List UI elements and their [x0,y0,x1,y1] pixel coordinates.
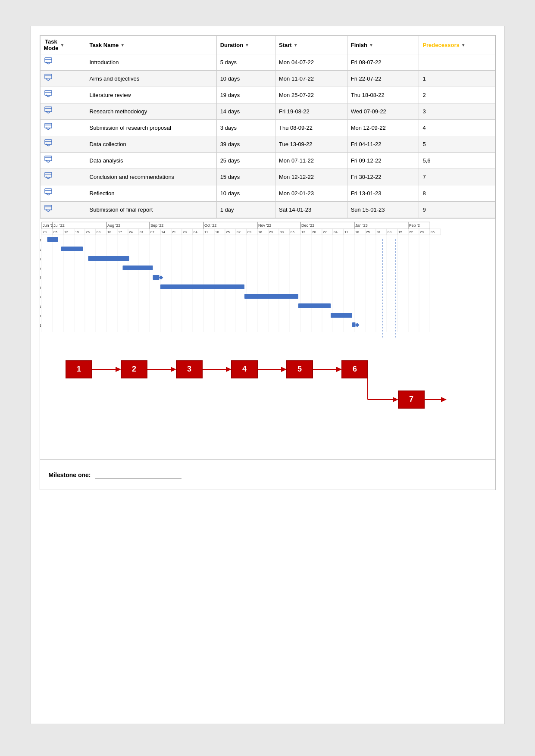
header-task-name[interactable]: Task Name ▼ [86,36,216,54]
svg-rect-27 [45,205,52,210]
task-name-cell: Submission of research proposal [86,120,216,136]
svg-text:30: 30 [280,230,284,234]
header-finish[interactable]: Finish ▼ [347,36,419,54]
svg-point-20 [46,160,47,162]
svg-text:02: 02 [237,230,241,234]
svg-rect-182 [244,294,298,299]
node-1-label: 1 [76,365,81,373]
svg-text:Submission of final report: Submission of final report [40,323,41,328]
predecessor-cell [419,54,495,71]
duration-cell: 39 days [216,136,275,153]
network-section: 1 2 3 4 5 6 7 [40,339,496,460]
finish-cell: Thu 18-08-22 [347,87,419,103]
start-cell: Mon 02-01-23 [275,185,347,202]
task-mode-label: TaskMode [44,38,59,51]
task-name-cell: Literature review [86,87,216,103]
task-name-cell: Reflection [86,185,216,202]
task-mode-cell [40,87,86,103]
svg-text:11: 11 [204,230,208,234]
task-name-cell: Data collection [86,136,216,153]
node-7-label: 7 [409,395,413,403]
duration-cell: 10 days [216,185,275,202]
predecessor-cell: 2 [419,87,495,103]
finish-cell: Fri 30-12-22 [347,169,419,185]
task-name-cell: Data analysis [86,153,216,169]
svg-rect-0 [45,58,52,62]
start-cell: Mon 12-12-22 [275,169,347,185]
svg-text:Data analysis: Data analysis [40,295,41,299]
svg-text:12: 12 [64,230,68,234]
svg-text:16: 16 [258,230,262,234]
header-start[interactable]: Start ▼ [275,36,347,54]
duration-cell: 5 days [216,54,275,71]
finish-cell: Fri 08-07-22 [347,54,419,71]
task-mode-icon [44,90,54,99]
task-mode-icon [44,155,54,165]
svg-rect-9 [45,107,52,112]
svg-text:28: 28 [183,230,187,234]
duration-cell: 25 days [216,153,275,169]
main-page: TaskMode ▼ Task Name ▼ Duration ▼ [31,26,505,724]
svg-rect-186 [331,313,352,318]
duration-label: Duration [220,42,243,48]
header-predecessors[interactable]: Predecessors ▼ [419,36,495,54]
svg-rect-177 [153,275,159,280]
svg-text:29: 29 [420,230,424,234]
svg-point-8 [46,95,47,96]
arrowhead-5-6 [336,367,342,372]
milestone-label: Milestone one: [49,472,91,478]
svg-text:24: 24 [129,230,133,234]
svg-text:Jul '22: Jul '22 [53,223,65,228]
duration-cell: 3 days [216,120,275,136]
duration-cell: 10 days [216,71,275,87]
svg-point-29 [46,209,47,211]
header-task-mode[interactable]: TaskMode ▼ [40,36,86,54]
sort-arrow-finish: ▼ [369,43,373,47]
task-mode-cell [40,136,86,153]
svg-text:25: 25 [226,230,230,234]
task-mode-icon [44,122,54,132]
svg-rect-24 [45,189,52,194]
task-mode-cell [40,185,86,202]
header-duration[interactable]: Duration ▼ [216,36,275,54]
svg-rect-180 [160,284,244,289]
svg-text:05: 05 [431,230,435,234]
table-row: Introduction5 daysMon 04-07-22Fri 08-07-… [40,54,495,71]
svg-rect-15 [45,140,52,144]
svg-point-14 [46,128,47,129]
node-3-label: 3 [187,365,191,373]
svg-rect-21 [45,172,52,177]
finish-cell: Fri 09-12-22 [347,153,419,169]
svg-text:04: 04 [194,230,197,234]
predecessors-label: Predecessors [422,42,459,48]
svg-text:14: 14 [161,230,165,234]
task-mode-icon [44,57,54,66]
svg-text:27: 27 [323,230,327,234]
svg-rect-171 [61,247,83,251]
svg-text:Research methodology: Research methodology [40,266,41,271]
svg-text:01: 01 [140,230,144,234]
svg-text:22: 22 [409,230,413,234]
node-2-label: 2 [131,365,136,373]
svg-text:11: 11 [344,230,348,234]
svg-rect-188 [352,322,356,327]
gantt-chart-section: Jun '22Jul '22Aug '22Sep '22Oct '22Nov '… [40,219,496,339]
start-cell: Tue 13-09-22 [275,136,347,153]
predecessor-cell: 3 [419,103,495,120]
finish-cell: Fri 13-01-23 [347,185,419,202]
table-row: Conclusion and recommendations15 daysMon… [40,169,495,185]
gantt-table: TaskMode ▼ Task Name ▼ Duration ▼ [40,35,495,218]
sort-arrow-task-mode: ▼ [60,43,64,47]
svg-text:Jan '23: Jan '23 [355,223,368,228]
svg-rect-12 [45,123,52,128]
svg-text:07: 07 [150,230,154,234]
svg-text:Sep '22: Sep '22 [150,223,163,228]
table-row: Submission of final report1 daySat 14-01… [40,202,495,218]
task-mode-icon [44,139,54,148]
table-row: Data collection39 daysTue 13-09-22Fri 04… [40,136,495,153]
finish-cell: Fri 04-11-22 [347,136,419,153]
arrowhead-1-2 [116,367,121,372]
table-row: Aims and objectives10 daysMon 11-07-22Fr… [40,71,495,87]
svg-text:Reflection: Reflection [40,314,41,318]
start-label: Start [279,42,292,48]
